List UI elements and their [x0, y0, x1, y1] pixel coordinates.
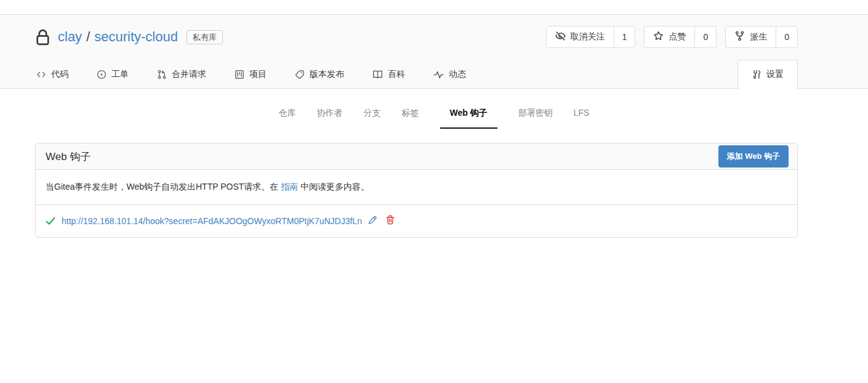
- nav-tab-label: 工单: [111, 69, 129, 80]
- stars-count[interactable]: 0: [694, 26, 716, 47]
- nav-tab-pull-requests[interactable]: 合并请求: [156, 61, 207, 88]
- nav-tab-code[interactable]: 代码: [35, 61, 70, 88]
- repo-nav-tabs: 代码 工单 合并请求: [35, 59, 798, 88]
- description-text: 中阅读更多内容。: [298, 182, 369, 191]
- panel-title: Web 钩子: [46, 150, 90, 164]
- nav-tab-label: 版本发布: [310, 69, 344, 80]
- unwatch-button[interactable]: 取消关注: [547, 26, 614, 47]
- star-label: 点赞: [669, 31, 686, 42]
- settings-tab-lfs[interactable]: LFS: [574, 108, 590, 129]
- book-icon: [372, 70, 383, 79]
- pull-request-icon: [157, 70, 167, 79]
- eye-slash-icon: [555, 31, 566, 43]
- private-repo-badge: 私有库: [187, 30, 223, 44]
- repo-name-link[interactable]: security-cloud: [94, 29, 178, 45]
- repo-path-separator: /: [86, 29, 90, 45]
- fork-label: 派生: [750, 31, 767, 42]
- nav-tab-activity[interactable]: 动态: [432, 61, 467, 88]
- webhook-url-link[interactable]: http://192.168.101.14/hook?secret=AFdAKJ…: [62, 216, 362, 226]
- webhooks-description: 当Gitea事件发生时，Web钩子自动发出HTTP POST请求。在 指南 中阅…: [36, 170, 797, 205]
- nav-tab-issues[interactable]: 工单: [95, 61, 130, 88]
- tools-icon: [752, 70, 762, 79]
- star-button[interactable]: 点赞: [645, 26, 694, 47]
- star-icon: [653, 31, 664, 43]
- nav-tab-projects[interactable]: 项目: [233, 61, 268, 88]
- settings-tab-deploy-keys[interactable]: 部署密钥: [518, 108, 553, 129]
- tab-settings[interactable]: 设置: [737, 60, 798, 89]
- fork-button[interactable]: 派生: [726, 26, 776, 47]
- tab-settings-label: 设置: [766, 69, 784, 80]
- fork-icon: [734, 31, 745, 43]
- webhook-row: http://192.168.101.14/hook?secret=AFdAKJ…: [36, 205, 797, 237]
- star-button-group: 点赞 0: [644, 26, 717, 48]
- code-icon: [36, 70, 46, 79]
- repo-header: clay / security-cloud 私有库 取消关注: [0, 15, 868, 89]
- trash-icon: [386, 215, 395, 227]
- settings-tab-tags[interactable]: 标签: [402, 108, 419, 129]
- nav-tab-label: 动态: [449, 69, 466, 80]
- tag-icon: [295, 70, 305, 79]
- unwatch-label: 取消关注: [571, 31, 605, 42]
- nav-tab-label: 百科: [388, 69, 405, 80]
- nav-tab-releases[interactable]: 版本发布: [294, 61, 345, 88]
- success-check-icon: [46, 217, 55, 225]
- settings-tab-branches[interactable]: 分支: [364, 108, 381, 129]
- webhooks-panel: Web 钩子 添加 Web 钩子 当Gitea事件发生时，Web钩子自动发出HT…: [35, 143, 798, 238]
- activity-icon: [433, 70, 444, 79]
- nav-tab-label: 合并请求: [172, 69, 206, 80]
- issue-icon: [97, 70, 106, 79]
- nav-tab-label: 项目: [249, 69, 267, 80]
- lock-icon: [35, 28, 50, 46]
- delete-webhook-button[interactable]: [386, 215, 395, 227]
- settings-tab-webhooks[interactable]: Web 钩子: [440, 108, 497, 129]
- description-text: 当Gitea事件发生时，Web钩子自动发出HTTP POST请求。在: [46, 182, 281, 191]
- watchers-count[interactable]: 1: [614, 26, 635, 47]
- pencil-icon: [368, 215, 377, 227]
- forks-count[interactable]: 0: [776, 26, 797, 47]
- nav-tab-wiki[interactable]: 百科: [371, 61, 406, 88]
- guide-link[interactable]: 指南: [281, 182, 298, 191]
- top-navbar-strip: [0, 0, 868, 15]
- repo-title-row: clay / security-cloud 私有库 取消关注: [35, 15, 798, 48]
- fork-button-group: 派生 0: [725, 26, 798, 48]
- webhooks-panel-header: Web 钩子 添加 Web 钩子: [36, 143, 797, 170]
- project-icon: [235, 70, 244, 79]
- repo-owner-link[interactable]: clay: [58, 29, 82, 45]
- settings-submenu: 仓库 协作者 分支 标签 Web 钩子 部署密钥 LFS: [0, 89, 868, 129]
- unwatch-button-group: 取消关注 1: [546, 26, 636, 48]
- settings-tab-collaborators[interactable]: 协作者: [317, 108, 343, 129]
- nav-tab-label: 代码: [51, 69, 68, 80]
- add-webhook-button[interactable]: 添加 Web 钩子: [718, 145, 789, 167]
- edit-webhook-button[interactable]: [368, 215, 377, 227]
- settings-tab-repository[interactable]: 仓库: [279, 108, 296, 129]
- repo-action-buttons: 取消关注 1 点赞 0: [546, 26, 798, 48]
